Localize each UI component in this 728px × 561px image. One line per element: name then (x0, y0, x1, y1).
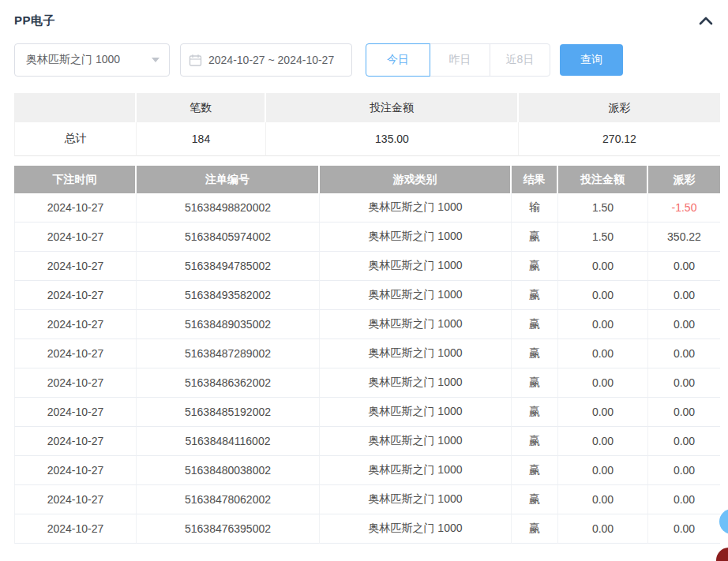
bet-time-cell: 2024-10-27 (14, 514, 137, 544)
summary-table: 笔数投注金额派彩 总计184135.00270.12 (14, 93, 720, 156)
payout-cell: 0.00 (648, 252, 720, 281)
float-button-blue[interactable] (719, 509, 728, 534)
date-range-input[interactable]: 2024-10-27 ~ 2024-10-27 (180, 43, 352, 77)
record-row: 2024-10-2751638487289002奥林匹斯之门 1000赢0.00… (14, 339, 720, 368)
bet-amount-cell: 0.00 (558, 427, 648, 456)
summary-column-header: 投注金额 (266, 93, 519, 122)
payout-cell: 350.22 (648, 223, 720, 252)
order-no-cell: 51638493582002 (137, 281, 320, 310)
bet-amount-cell: 0.00 (558, 398, 648, 427)
summary-total-cell: 135.00 (266, 122, 519, 156)
game-cell: 奥林匹斯之门 1000 (320, 223, 512, 252)
quick-range-group: 今日昨日近8日 (366, 43, 550, 77)
record-row: 2024-10-2751638480038002奥林匹斯之门 1000赢0.00… (14, 456, 720, 485)
records-column-header: 游戏类别 (320, 166, 512, 193)
records-column-header: 注单编号 (137, 166, 320, 193)
game-select[interactable]: 奥林匹斯之门 1000 (14, 43, 170, 77)
bet-time-cell: 2024-10-27 (14, 427, 137, 456)
summary-total-cell: 270.12 (519, 122, 720, 156)
order-no-cell: 51638476395002 (137, 514, 320, 544)
bet-amount-cell: 0.00 (558, 339, 648, 368)
game-cell: 奥林匹斯之门 1000 (320, 252, 512, 281)
order-no-cell: 51638498820002 (137, 193, 320, 223)
bet-time-cell: 2024-10-27 (14, 281, 137, 310)
quick-range-button-1[interactable]: 昨日 (430, 43, 490, 77)
summary-total-cell: 184 (137, 122, 266, 156)
payout-cell: -1.50 (648, 193, 720, 223)
result-cell: 赢 (512, 252, 558, 281)
record-row: 2024-10-2751638489035002奥林匹斯之门 1000赢0.00… (14, 310, 720, 339)
summary-column-header: 笔数 (137, 93, 266, 122)
record-row: 2024-10-2751638476395002奥林匹斯之门 1000赢0.00… (14, 514, 720, 544)
payout-cell: 0.00 (648, 339, 720, 368)
result-cell: 赢 (512, 514, 558, 544)
order-no-cell: 51638486362002 (137, 368, 320, 398)
bet-amount-cell: 0.00 (558, 514, 648, 544)
summary-header-row: 笔数投注金额派彩 (14, 93, 720, 122)
payout-cell: 0.00 (648, 456, 720, 485)
game-cell: 奥林匹斯之门 1000 (320, 456, 512, 485)
record-row: 2024-10-2751638478062002奥林匹斯之门 1000赢0.00… (14, 485, 720, 514)
summary-total-row: 总计184135.00270.12 (14, 122, 720, 156)
result-cell: 赢 (512, 427, 558, 456)
records-column-header: 派彩 (648, 166, 720, 193)
game-cell: 奥林匹斯之门 1000 (320, 193, 512, 223)
order-no-cell: 51638485192002 (137, 398, 320, 427)
bet-time-cell: 2024-10-27 (14, 398, 137, 427)
game-cell: 奥林匹斯之门 1000 (320, 339, 512, 368)
payout-cell: 0.00 (648, 427, 720, 456)
payout-cell: 0.00 (648, 310, 720, 339)
record-row: 2024-10-2751638405974002奥林匹斯之门 1000赢1.50… (14, 223, 720, 252)
payout-cell: 0.00 (648, 398, 720, 427)
order-no-cell: 51638484116002 (137, 427, 320, 456)
result-cell: 赢 (512, 368, 558, 398)
bet-time-cell: 2024-10-27 (14, 485, 137, 514)
game-cell: 奥林匹斯之门 1000 (320, 427, 512, 456)
bet-time-cell: 2024-10-27 (14, 368, 137, 398)
order-no-cell: 51638494785002 (137, 252, 320, 281)
bet-time-cell: 2024-10-27 (14, 339, 137, 368)
bet-amount-cell: 0.00 (558, 368, 648, 398)
record-row: 2024-10-2751638498820002奥林匹斯之门 1000输1.50… (14, 193, 720, 223)
result-cell: 赢 (512, 398, 558, 427)
bet-time-cell: 2024-10-27 (14, 310, 137, 339)
bet-amount-cell: 1.50 (558, 193, 648, 223)
page-title: PP电子 (14, 13, 55, 28)
bet-amount-cell: 1.50 (558, 223, 648, 252)
game-cell: 奥林匹斯之门 1000 (320, 310, 512, 339)
chevron-up-icon (699, 16, 713, 28)
float-button-red[interactable] (716, 548, 728, 561)
summary-column-header (14, 93, 137, 122)
filter-bar: 奥林匹斯之门 1000 2024-10-27 ~ 2024-10-27 今日昨日… (14, 43, 623, 77)
query-button[interactable]: 查询 (560, 44, 623, 76)
payout-cell: 0.00 (648, 485, 720, 514)
order-no-cell: 51638405974002 (137, 223, 320, 252)
result-cell: 赢 (512, 339, 558, 368)
result-cell: 赢 (512, 310, 558, 339)
bet-amount-cell: 0.00 (558, 485, 648, 514)
order-no-cell: 51638487289002 (137, 339, 320, 368)
collapse-button[interactable] (697, 15, 715, 27)
bet-time-cell: 2024-10-27 (14, 193, 137, 223)
bet-amount-cell: 0.00 (558, 281, 648, 310)
quick-range-button-2[interactable]: 近8日 (490, 43, 550, 77)
panel-header: PP电子 (14, 11, 715, 30)
quick-range-button-0[interactable]: 今日 (366, 43, 430, 77)
records-table: 下注时间注单编号游戏类别结果投注金额派彩 2024-10-27516384988… (14, 166, 720, 544)
date-range-value: 2024-10-27 ~ 2024-10-27 (208, 54, 334, 66)
result-cell: 赢 (512, 485, 558, 514)
record-row: 2024-10-2751638484116002奥林匹斯之门 1000赢0.00… (14, 427, 720, 456)
chevron-down-icon (152, 58, 159, 62)
game-cell: 奥林匹斯之门 1000 (320, 398, 512, 427)
calendar-icon (189, 54, 202, 67)
record-row: 2024-10-2751638486362002奥林匹斯之门 1000赢0.00… (14, 368, 720, 398)
game-cell: 奥林匹斯之门 1000 (320, 281, 512, 310)
bet-time-cell: 2024-10-27 (14, 223, 137, 252)
bet-amount-cell: 0.00 (558, 310, 648, 339)
summary-column-header: 派彩 (519, 93, 720, 122)
records-body: 2024-10-2751638498820002奥林匹斯之门 1000输1.50… (14, 193, 720, 544)
record-row: 2024-10-2751638493582002奥林匹斯之门 1000赢0.00… (14, 281, 720, 310)
game-cell: 奥林匹斯之门 1000 (320, 368, 512, 398)
pp-games-report-panel: PP电子 奥林匹斯之门 1000 2024-10-27 ~ 2024-10-27 (0, 0, 728, 561)
result-cell: 赢 (512, 281, 558, 310)
